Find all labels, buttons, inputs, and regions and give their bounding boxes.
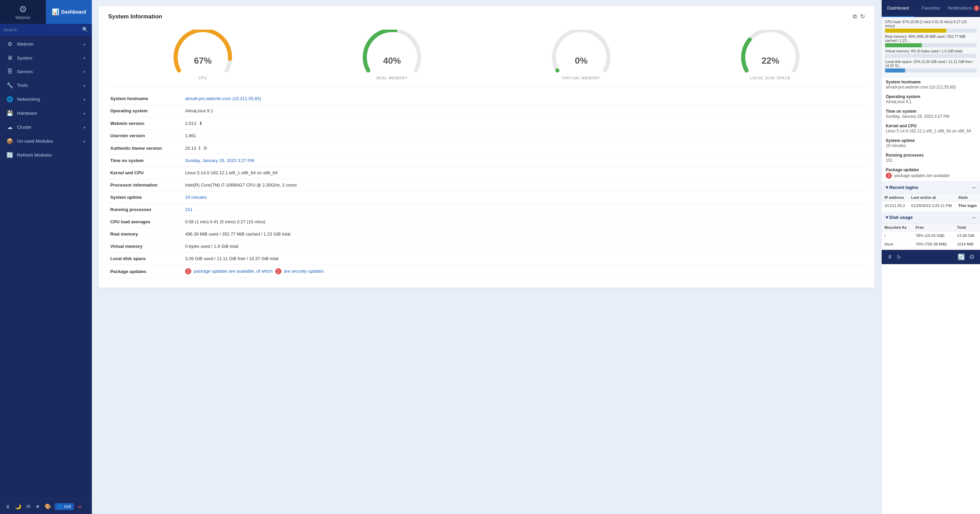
user-label[interactable]: 👤 root [55,503,74,510]
memory-status-track [885,43,977,47]
row-value: 2 package updates are available, of whic… [183,265,865,278]
table-row: 10.211.55.2 01/29/2023 3:25:11 PM This l… [882,202,980,210]
refresh-modules-nav-icon: 🔄 [6,152,14,158]
processes-link[interactable]: 151 [185,207,192,212]
memory-status-fill [885,43,922,47]
disk-status-fill [885,68,905,73]
sidebar-bottom: ⏸ 🌙 ✉ ★ 🎨 👤 root ⇥ [0,499,92,514]
rs-settings-icon[interactable]: ⚙ [969,253,975,261]
hostname-link[interactable]: alma9-pro.webmin.com (10.211.55.65) [185,96,261,101]
info-table: System hostname alma9-pro.webmin.com (10… [108,92,865,278]
disk-total: 13.38 GiB [954,231,980,240]
real-memory-gauge-label: REAL MEMORY [376,76,408,80]
rs-refresh-button[interactable]: ↻ [897,254,901,260]
time-link[interactable]: Sunday, January 29, 2023 3:27 PM [185,158,254,163]
dashboard-nav-header[interactable]: 📊 Dashboard [46,0,92,24]
uptime-link[interactable]: 19 minutes [185,195,207,200]
rs-speedometer-icon[interactable]: 🔄 [958,253,965,261]
tab-favorites[interactable]: Favorites [914,0,947,17]
moon-icon[interactable]: 🌙 [14,503,22,511]
col-free: Free [913,224,955,231]
tab-dashboard[interactable]: Dashboard [882,0,914,17]
sidebar-item-system[interactable]: 🖥System ▸ [0,51,92,65]
table-row: /boot 70% (700.38 MiB) 1014 MiB [882,240,980,248]
info-icon[interactable]: ℹ [199,145,200,151]
virtual-status-bar-row: Virtual memory: 0% (0 bytes used / 1.6 G… [885,49,977,58]
col-mount: Mounted As [882,224,913,231]
refresh-button[interactable]: ↻ [860,13,865,20]
virtual-memory-gauge-label: VIRTUAL MEMORY [562,76,600,80]
star-icon[interactable]: ★ [34,503,41,511]
dashboard-icon: 📊 [52,8,59,16]
recent-logins-table: IP address Last active at State 10.211.5… [882,194,980,210]
virtual-memory-gauge: 0% VIRTUAL MEMORY [547,30,615,80]
copy-button[interactable]: ⧉ [853,13,857,20]
sidebar-item-hardware[interactable]: 💾Hardware ▸ [0,106,92,120]
disk-mount: / [882,231,913,240]
rs-time-key: Time on system [886,109,976,114]
cpu-status-fill [885,29,946,33]
recent-logins-section: ▾ Recent logins — IP address Last active… [882,181,980,212]
virtual-memory-gauge-svg: 0% [550,30,612,74]
rs-pause-button[interactable]: ⏸ [887,254,892,260]
memory-status-label: Real memory: 40% (496.39 MiB used / 352.… [885,34,977,43]
row-key: System uptime [108,191,183,204]
rs-bottom-left: ⏸ ↻ [887,254,901,260]
security-updates-link[interactable]: are security updates [284,269,324,274]
sidebar-item-label: Cluster [17,124,32,130]
pause-icon[interactable]: ⏸ [4,503,11,511]
sidebar-item-tools[interactable]: 🔧Tools ▸ [0,78,92,92]
tab-notifications[interactable]: Notifications 1 [947,0,980,17]
table-row: Authentic theme version 20.13 ℹ ⚙ [108,142,865,154]
sidebar-item-networking[interactable]: 🌐Networking ▸ [0,92,92,106]
virtual-status-label: Virtual memory: 0% (0 bytes used / 1.6 G… [885,49,977,53]
disk-free: 78% (10.43 GiB) [913,231,955,240]
row-key: Package updates [108,265,183,278]
networking-nav-icon: 🌐 [6,96,14,102]
sidebar-item-cluster[interactable]: ☁Cluster ▸ [0,120,92,134]
rs-processes-key: Running processes [886,153,976,158]
cpu-status-track [885,29,977,33]
svg-text:0%: 0% [575,56,588,66]
row-key: Time on system [108,154,183,167]
sidebar-item-servers[interactable]: 🗄Servers ▸ [0,65,92,78]
rs-hostname-row: System hostname alma9-pro.webmin.com (10… [882,77,980,92]
table-row: Package updates 2 package updates are av… [108,265,865,278]
row-key: System hostname [108,92,183,105]
disk-usage-header[interactable]: ▾ Disk usage — [882,212,980,224]
theme-icon[interactable]: 🎨 [43,503,52,511]
cluster-nav-icon: ☁ [6,124,14,130]
webmin-label: Webmin [16,15,30,20]
local-disk-gauge-label: LOCAL DISK SPACE [750,76,791,80]
chevron-right-icon: ▸ [84,97,86,102]
row-key: Usermin version [108,130,183,142]
sysinfo-title: System Information [108,13,162,20]
tab-dashboard-label: Dashboard [887,5,909,11]
local-disk-gauge-svg: 22% [740,30,801,74]
col-ip: IP address [882,194,908,202]
cpu-status-label: CPU load: 67% (0.58 (1 min) 0.41 (5 mins… [885,20,977,28]
webmin-logo[interactable]: ⚙ Webmin [0,0,46,24]
package-updates-link[interactable]: package updates are available, of which [194,269,272,274]
mail-icon[interactable]: ✉ [25,503,32,511]
gear-icon[interactable]: ⚙ [203,145,208,151]
rs-uptime-val: 19 minutes [886,143,976,148]
download-icon[interactable]: ⬇ [199,121,203,126]
disk-status-track [885,68,977,73]
login-state: This login [956,202,980,210]
sysinfo-card: System Information ⧉ ↻ [99,6,875,288]
right-sidebar-header: Dashboard Favorites Notifications 1 [882,0,980,17]
recent-logins-header[interactable]: ▾ Recent logins — [882,181,980,194]
row-key: Authentic theme version [108,142,183,154]
logout-icon[interactable]: ⇥ [76,503,81,510]
search-icon[interactable]: 🔍 [82,27,89,33]
webmin-nav-icon: ⚙ [6,41,14,47]
disk-status-bar-row: Local disk space: 22% (3.26 GiB used / 1… [885,60,977,73]
svg-text:22%: 22% [762,56,779,66]
table-row: Time on system Sunday, January 29, 2023 … [108,154,865,167]
rs-kernel-row: Kernel and CPU Linux 5.14.0-162.12.1.el9… [882,121,980,136]
sidebar-item-webmin[interactable]: ⚙Webmin ▸ [0,37,92,51]
sidebar-item-refresh-modules[interactable]: 🔄Refresh Modules [0,148,92,162]
sidebar-item-unused-modules[interactable]: 📦Un-used Modules ▸ [0,134,92,148]
search-input[interactable] [3,27,82,32]
